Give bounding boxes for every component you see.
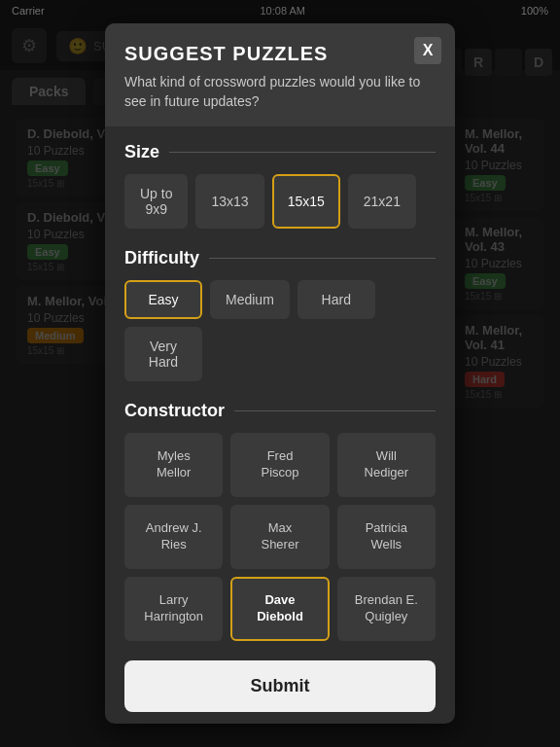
- size-option-15x15[interactable]: 15x15: [272, 174, 340, 229]
- constructor-will-nediger[interactable]: WillNediger: [337, 433, 436, 497]
- constructor-max-sherer[interactable]: MaxSherer: [230, 505, 329, 569]
- difficulty-option-medium[interactable]: Medium: [210, 280, 290, 319]
- difficulty-option-easy[interactable]: Easy: [124, 280, 202, 319]
- modal-title: SUGGEST PUZZLES: [124, 43, 436, 65]
- difficulty-section-label: Difficulty: [124, 248, 436, 268]
- size-options: Up to9x9 13x13 15x15 21x21: [124, 174, 436, 229]
- constructor-andrew-ries[interactable]: Andrew J.Ries: [124, 505, 223, 569]
- submit-button[interactable]: Submit: [124, 660, 436, 712]
- difficulty-option-very-hard[interactable]: VeryHard: [124, 327, 202, 381]
- suggest-puzzles-modal: SUGGEST PUZZLES What kind of crossword p…: [105, 23, 455, 724]
- constructor-larry-harrington[interactable]: LarryHarrington: [124, 577, 223, 641]
- modal-subtitle: What kind of crossword puzzles would you…: [124, 73, 436, 111]
- constructor-fred-piscop[interactable]: FredPiscop: [230, 433, 329, 497]
- constructor-brendan-quigley[interactable]: Brendan E.Quigley: [337, 577, 436, 641]
- constructor-dave-diebold[interactable]: DaveDiebold: [230, 577, 329, 641]
- size-section-label: Size: [124, 142, 436, 162]
- modal-overlay: SUGGEST PUZZLES What kind of crossword p…: [0, 0, 560, 747]
- size-option-9x9[interactable]: Up to9x9: [124, 174, 188, 229]
- constructor-section-label: Constructor: [124, 401, 436, 421]
- size-option-13x13[interactable]: 13x13: [195, 174, 263, 229]
- scroll-indicator: [124, 716, 436, 724]
- constructor-grid: MylesMellor FredPiscop WillNediger Andre…: [124, 433, 436, 640]
- constructor-myles-mellor[interactable]: MylesMellor: [124, 433, 223, 497]
- close-button[interactable]: X: [414, 37, 441, 64]
- modal-body: Size Up to9x9 13x13 15x15 21x21 Difficul…: [105, 126, 455, 724]
- difficulty-options: Easy Medium Hard VeryHard: [124, 280, 436, 381]
- constructor-patricia-wells[interactable]: PatriciaWells: [337, 505, 436, 569]
- difficulty-option-hard[interactable]: Hard: [298, 280, 375, 319]
- modal-header: SUGGEST PUZZLES What kind of crossword p…: [105, 23, 455, 126]
- size-option-21x21[interactable]: 21x21: [348, 174, 416, 229]
